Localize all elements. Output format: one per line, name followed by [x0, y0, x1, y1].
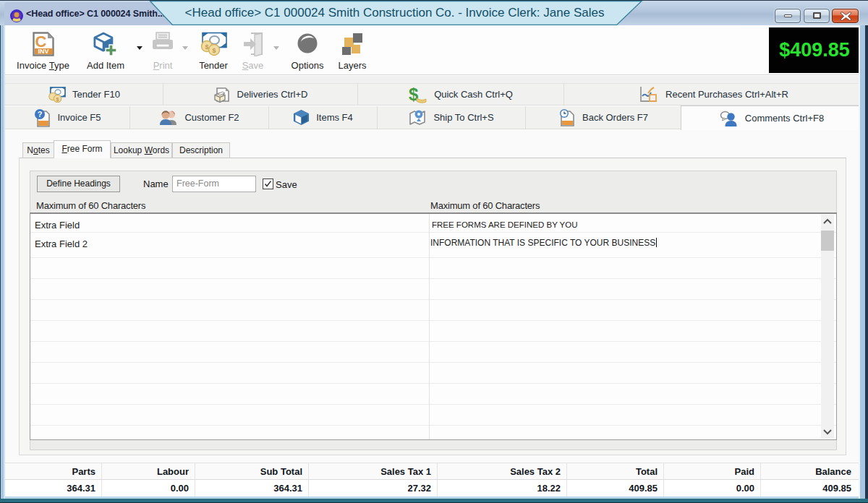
svg-text:INV: INV: [38, 48, 48, 55]
svg-text:$: $: [56, 96, 59, 102]
svg-text:$: $: [212, 47, 216, 54]
svg-text:?: ?: [37, 110, 42, 119]
svg-text:$: $: [205, 43, 208, 51]
